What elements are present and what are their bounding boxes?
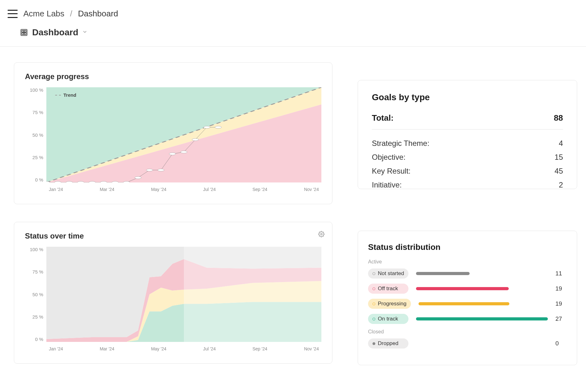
goals-row: Key Result:45 — [372, 164, 563, 178]
status-distribution-card: Status distribution Active Not started11… — [358, 231, 577, 365]
status-bar — [416, 342, 548, 345]
svg-point-21 — [215, 126, 222, 128]
goals-total-value: 88 — [554, 113, 563, 123]
status-row: On track27 — [368, 314, 565, 324]
avg-progress-chart: 100 %75 %50 %25 %0 % Trend Jan '24Mar '2… — [25, 87, 321, 194]
svg-rect-1 — [22, 31, 24, 32]
svg-point-16 — [158, 169, 164, 171]
svg-point-14 — [135, 176, 141, 179]
goals-row: Initiative:2 — [372, 178, 563, 189]
status-pill[interactable]: Off track — [368, 284, 408, 294]
card-title: Status distribution — [368, 242, 565, 252]
status-dot-icon — [372, 342, 375, 345]
status-count: 19 — [555, 300, 565, 307]
breadcrumb: Acme Labs / Dashboard — [23, 9, 118, 19]
svg-rect-23 — [184, 247, 321, 342]
svg-point-15 — [146, 169, 153, 171]
status-bar — [419, 302, 548, 305]
goals-row: Strategic Theme:4 — [372, 136, 563, 150]
status-row: Progressing19 — [368, 299, 565, 309]
gear-icon[interactable] — [318, 231, 325, 239]
status-dot-icon — [372, 303, 375, 305]
svg-point-20 — [203, 126, 210, 128]
status-dot-icon — [372, 318, 375, 320]
breadcrumb-sep: / — [70, 9, 72, 19]
svg-point-22 — [321, 233, 322, 235]
trend-legend: Trend — [55, 92, 76, 98]
menu-button[interactable] — [8, 10, 18, 18]
svg-point-18 — [181, 151, 187, 153]
status-row: Off track19 — [368, 284, 565, 294]
svg-point-17 — [169, 153, 176, 155]
status-count: 19 — [555, 285, 565, 292]
card-title: Status over time — [25, 232, 321, 240]
active-section-label: Active — [368, 259, 565, 265]
breadcrumb-root[interactable]: Acme Labs — [23, 9, 64, 19]
status-pill[interactable]: Progressing — [368, 299, 411, 309]
status-bar — [416, 317, 548, 320]
goals-row: Objective:15 — [372, 150, 563, 164]
avg-progress-card: Average progress 100 %75 %50 %25 %0 % Tr… — [14, 62, 332, 204]
svg-point-19 — [192, 138, 199, 141]
closed-section-label: Closed — [368, 329, 565, 335]
status-row: Not started11 — [368, 268, 565, 279]
status-count: 11 — [555, 270, 565, 277]
card-title: Average progress — [25, 72, 321, 81]
status-dot-icon — [372, 287, 375, 290]
status-count: 0 — [555, 340, 565, 347]
status-pill[interactable]: Not started — [368, 268, 408, 279]
status-dot-icon — [372, 272, 375, 275]
svg-rect-2 — [24, 31, 26, 32]
status-row: Dropped0 — [368, 338, 565, 349]
chevron-down-icon[interactable] — [82, 29, 88, 36]
status-bar — [416, 287, 548, 290]
status-time-chart: 100 %75 %50 %25 %0 % Jan '24Mar '24May '… — [25, 247, 321, 354]
status-pill[interactable]: On track — [368, 314, 408, 324]
page-title: Dashboard — [32, 27, 78, 37]
status-pill[interactable]: Dropped — [368, 338, 408, 349]
status-count: 27 — [555, 315, 565, 322]
dashboard-icon — [20, 28, 28, 37]
svg-rect-3 — [22, 33, 24, 34]
breadcrumb-page[interactable]: Dashboard — [78, 9, 118, 19]
goals-by-type-card: Goals by type Total: 88 Strategic Theme:… — [358, 80, 577, 189]
goals-total-label: Total: — [372, 113, 394, 123]
status-over-time-card: Status over time 100 %75 %50 %25 %0 % Ja… — [14, 222, 332, 364]
svg-rect-4 — [24, 33, 26, 34]
card-title: Goals by type — [372, 92, 563, 102]
status-bar — [416, 272, 548, 275]
